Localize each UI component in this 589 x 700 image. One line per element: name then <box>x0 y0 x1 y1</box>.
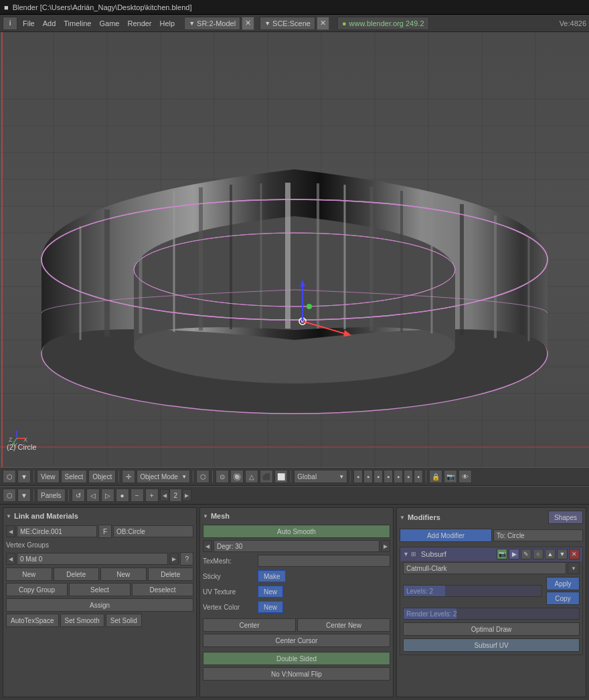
subsurf-render-icon[interactable]: ▶ <box>509 549 519 559</box>
delete-btn-2[interactable]: Delete <box>148 567 194 581</box>
page-prev[interactable]: ◀ <box>160 489 169 501</box>
minus-icon[interactable]: − <box>131 489 144 502</box>
view-menu[interactable]: View <box>37 470 60 483</box>
global-dropdown[interactable]: Global▼ <box>294 470 347 483</box>
mat-question[interactable]: ? <box>180 552 193 565</box>
grid-icon4[interactable]: ▪ <box>384 470 393 483</box>
menu-add[interactable]: Add <box>39 18 60 29</box>
auto-smooth-btn[interactable]: Auto Smooth <box>203 525 390 538</box>
copy-group-btn[interactable]: Copy Group <box>6 583 68 596</box>
set-solid-btn[interactable]: Set Solid <box>106 614 142 627</box>
camera-icon[interactable]: 📷 <box>444 470 457 483</box>
cursor-icon[interactable]: ✛ <box>122 470 135 483</box>
plus-icon[interactable]: + <box>145 489 159 502</box>
menu-file[interactable]: File <box>19 18 39 29</box>
new-btn-1[interactable]: New <box>6 567 52 581</box>
texmesh-value[interactable] <box>258 555 390 567</box>
make-btn[interactable]: Make <box>258 570 286 582</box>
degr-prev[interactable]: ◀ <box>203 540 212 552</box>
catmull-arrow[interactable]: ▼ <box>568 562 580 574</box>
blender-menu-icon[interactable]: i <box>3 17 17 30</box>
vcol-new-btn[interactable]: New <box>258 601 283 613</box>
subsurf-up-icon[interactable]: ▲ <box>545 549 556 559</box>
header-icon1[interactable]: ⬡ <box>3 470 16 483</box>
subsurf-uv-btn[interactable]: Subsurf UV <box>403 638 580 652</box>
subsurf-delete-icon[interactable]: ✕ <box>569 549 580 559</box>
assign-btn[interactable]: Assign <box>6 598 193 612</box>
apply-btn[interactable]: Apply <box>546 577 580 590</box>
optimal-draw-btn[interactable]: Optimal Draw <box>403 622 580 636</box>
center-btn[interactable]: Center <box>203 618 296 632</box>
catmull-dropdown[interactable]: Catmull-Clark <box>403 562 566 574</box>
svg-text:X: X <box>23 436 27 443</box>
header-icon2[interactable]: ▼ <box>17 470 31 483</box>
subsurf-down-icon[interactable]: ▼ <box>557 549 568 559</box>
prop-icon2[interactable]: ⬛ <box>260 470 273 483</box>
double-sided-btn[interactable]: Double Sided <box>203 652 390 665</box>
grid-icon3[interactable]: ▪ <box>373 470 383 483</box>
tab-sce-close[interactable]: ✕ <box>317 17 329 30</box>
eye-icon[interactable]: ● <box>116 489 129 502</box>
no-vnormal-btn[interactable]: No V:Normal Flip <box>203 667 390 681</box>
prop-icon3[interactable]: ⬜ <box>274 470 288 483</box>
view-icon[interactable]: 👁 <box>458 470 472 483</box>
shapes-tab[interactable]: Shapes <box>548 511 583 524</box>
grid-icon6[interactable]: ▪ <box>404 470 413 483</box>
f-button[interactable]: F <box>98 525 112 538</box>
panels-label[interactable]: Panels <box>37 489 66 502</box>
render-levels-slider[interactable]: Render Levels: 2 <box>403 608 580 620</box>
add-modifier-btn[interactable]: Add Modifier <box>400 529 492 542</box>
tab-sr2-close[interactable]: ✕ <box>242 17 254 30</box>
refresh-icon[interactable]: ↺ <box>72 489 85 502</box>
select-btn[interactable]: Select <box>69 583 131 596</box>
set-smooth-btn[interactable]: Set Smooth <box>60 614 104 627</box>
auto-texspace-btn[interactable]: AutoTexSpace <box>6 614 59 627</box>
sticky-row: Sticky Make <box>203 570 390 582</box>
copy-btn[interactable]: Copy <box>546 592 580 605</box>
mat-prev[interactable]: ◀ <box>6 553 15 565</box>
page-next[interactable]: ▶ <box>182 489 191 501</box>
menu-game[interactable]: Game <box>95 18 123 29</box>
levels-slider[interactable]: Levels: 2 <box>403 585 542 597</box>
mode-dropdown[interactable]: Object Mode▼ <box>137 470 190 483</box>
panels-header-icon2[interactable]: ▼ <box>17 489 31 502</box>
degr-next[interactable]: ▶ <box>381 540 390 552</box>
menu-render[interactable]: Render <box>123 18 155 29</box>
center-cursor-btn[interactable]: Center Cursor <box>203 634 390 647</box>
magnet-icon[interactable]: 🔘 <box>230 470 244 483</box>
tab-sr2-model[interactable]: ▼ SR:2-Model <box>184 17 240 30</box>
vcol-label: Vertex Color <box>203 604 256 611</box>
delete-btn-1[interactable]: Delete <box>54 567 100 581</box>
object-menu[interactable]: Object <box>88 470 116 483</box>
me-field[interactable]: ME:Circle.001 <box>17 525 97 537</box>
select-menu[interactable]: Select <box>61 470 88 483</box>
left-icon[interactable]: ◁ <box>86 489 100 502</box>
new-btn-2[interactable]: New <box>100 567 147 581</box>
menu-timeline[interactable]: Timeline <box>60 18 95 29</box>
mat-counter-field[interactable]: 0 Mat 0 <box>17 553 168 565</box>
degr-field[interactable]: Degr: 30 <box>214 540 380 552</box>
menu-help[interactable]: Help <box>156 18 179 29</box>
grid-icon7[interactable]: ▪ <box>414 470 423 483</box>
grid-icon5[interactable]: ▪ <box>394 470 403 483</box>
prop-icon1[interactable]: △ <box>245 470 258 483</box>
lock-icon[interactable]: 🔒 <box>429 470 442 483</box>
grid-icon2[interactable]: ▪ <box>363 470 373 483</box>
right-icon[interactable]: ▷ <box>101 489 114 502</box>
ob-field[interactable]: OB:Circle <box>113 525 193 537</box>
grid-icon1[interactable]: ▪ <box>353 470 363 483</box>
viewport-3d[interactable]: Y X Z (2) Circle <box>0 32 589 467</box>
subsurf-edit-icon[interactable]: ✎ <box>521 549 531 559</box>
subsurf-camera-icon[interactable]: 📷 <box>497 549 507 559</box>
deselect-btn[interactable]: Deselect <box>132 583 193 596</box>
uv-new-btn[interactable]: New <box>258 586 283 598</box>
mesh-icon[interactable]: ⬡ <box>196 470 209 483</box>
subsurf-cage-icon[interactable]: ○ <box>533 549 543 559</box>
center-new-btn[interactable]: Center New <box>297 618 390 632</box>
snap-icon[interactable]: ⊙ <box>216 470 229 483</box>
tab-sce-scene[interactable]: ▼ SCE:Scene <box>260 17 315 30</box>
mat-next[interactable]: ▶ <box>169 553 179 565</box>
subsurf-expand-icon[interactable]: ▼ <box>403 551 409 557</box>
panels-header-icon1[interactable]: ⬡ <box>3 489 16 502</box>
me-prev[interactable]: ◀ <box>6 525 15 537</box>
